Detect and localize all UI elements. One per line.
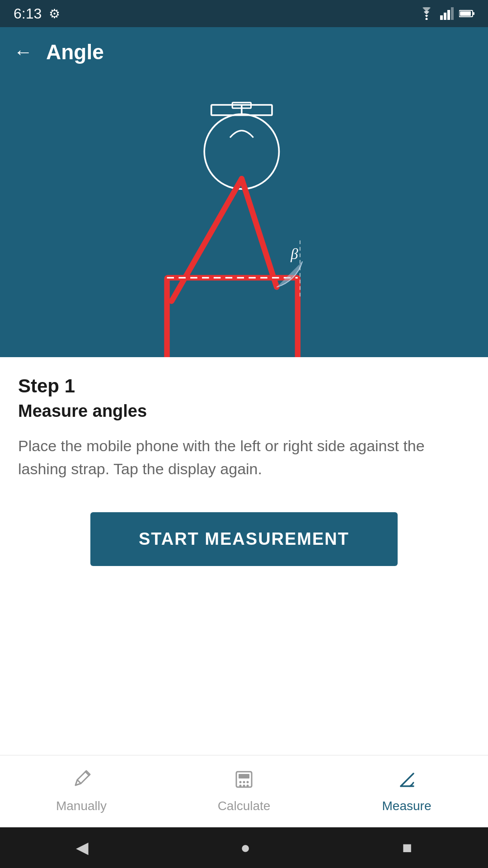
spacer <box>0 589 488 755</box>
settings-icon: ⚙ <box>49 6 60 21</box>
manually-icon <box>72 770 91 793</box>
svg-line-13 <box>242 179 277 287</box>
svg-rect-14 <box>167 278 298 357</box>
app-bar: ← Angle <box>0 27 488 77</box>
svg-point-23 <box>239 784 242 787</box>
main-content: β Step 1 Measure angles Place the mobile… <box>0 77 488 755</box>
calculate-icon <box>235 770 253 793</box>
svg-rect-2 <box>444 13 446 20</box>
app-title: Angle <box>46 40 104 64</box>
wifi-icon <box>418 7 435 20</box>
svg-point-21 <box>243 781 245 783</box>
system-recent-button[interactable]: ■ <box>402 838 412 857</box>
nav-item-measure[interactable]: Measure <box>325 755 488 827</box>
measure-label: Measure <box>382 799 432 813</box>
status-bar-left: 6:13 ⚙ <box>14 5 60 22</box>
bottom-nav: Manually Calculate <box>0 755 488 827</box>
button-area: START MEASUREMENT <box>0 490 488 589</box>
svg-rect-4 <box>451 7 454 20</box>
system-back-button[interactable]: ◀ <box>76 838 89 857</box>
svg-point-0 <box>426 18 428 20</box>
nav-item-manually[interactable]: Manually <box>0 755 163 827</box>
calculate-label: Calculate <box>218 799 271 813</box>
nav-item-calculate[interactable]: Calculate <box>163 755 325 827</box>
step-title: Measure angles <box>18 401 470 421</box>
status-bar: 6:13 ⚙ <box>0 0 488 27</box>
svg-point-22 <box>247 781 249 783</box>
battery-icon <box>459 9 474 18</box>
svg-text:β: β <box>290 246 298 262</box>
angle-illustration: β <box>0 77 488 357</box>
illustration-container: β <box>0 77 488 357</box>
manually-label: Manually <box>56 799 107 813</box>
step-number: Step 1 <box>18 375 470 397</box>
status-bar-right <box>418 7 474 20</box>
svg-rect-3 <box>447 10 450 20</box>
start-measurement-button[interactable]: START MEASUREMENT <box>90 512 398 566</box>
system-home-button[interactable]: ● <box>240 838 250 857</box>
svg-rect-19 <box>239 774 249 778</box>
svg-line-12 <box>172 179 242 301</box>
step-description: Place the mobile phone with the left or … <box>18 434 470 481</box>
svg-rect-7 <box>473 12 474 15</box>
svg-point-25 <box>247 784 249 787</box>
signal-icon <box>440 7 454 20</box>
measure-icon <box>397 770 416 793</box>
svg-point-20 <box>239 781 242 783</box>
svg-point-24 <box>243 784 245 787</box>
back-button[interactable]: ← <box>14 42 33 61</box>
step-info: Step 1 Measure angles Place the mobile p… <box>0 357 488 490</box>
svg-rect-6 <box>460 11 471 16</box>
status-time: 6:13 <box>14 5 42 22</box>
svg-rect-1 <box>440 15 443 20</box>
system-nav: ◀ ● ■ <box>0 827 488 868</box>
